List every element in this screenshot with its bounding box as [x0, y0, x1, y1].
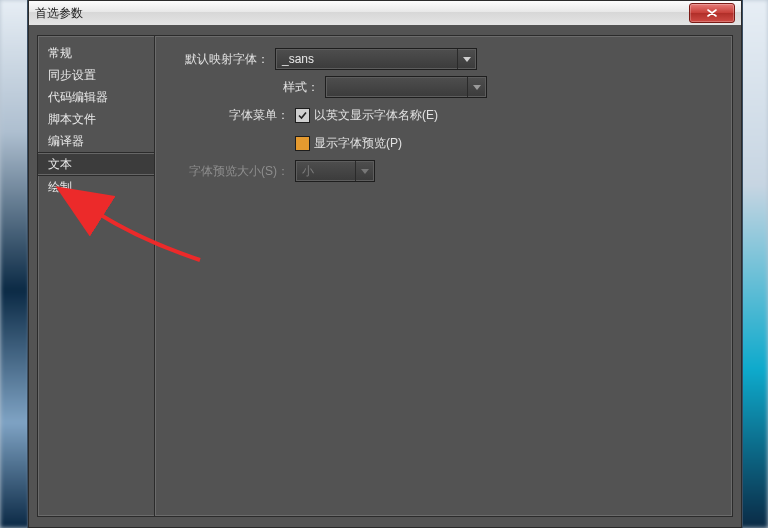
english-names-checkbox[interactable] [295, 108, 310, 123]
category-sidebar: 常规 同步设置 代码编辑器 脚本文件 编译器 文本 绘制 [38, 36, 155, 516]
check-icon [297, 110, 308, 121]
sidebar-item-draw[interactable]: 绘制 [38, 176, 154, 198]
preview-size-value: 小 [302, 163, 314, 180]
default-font-label: 默认映射字体： [171, 51, 275, 68]
sidebar-item-sync[interactable]: 同步设置 [38, 64, 154, 86]
sidebar-item-script-files[interactable]: 脚本文件 [38, 108, 154, 130]
sidebar-item-code-editor[interactable]: 代码编辑器 [38, 86, 154, 108]
text-settings-panel: 默认映射字体： _sans 样式： [155, 36, 732, 516]
english-names-label: 以英文显示字体名称(E) [314, 107, 438, 124]
close-icon [707, 9, 717, 17]
window-title: 首选参数 [35, 5, 83, 22]
dropdown-arrow-icon [457, 49, 476, 69]
dropdown-arrow-icon [467, 77, 486, 97]
font-preview-label: 显示字体预览(P) [314, 135, 402, 152]
sidebar-item-compiler[interactable]: 编译器 [38, 130, 154, 152]
preview-size-dropdown: 小 [295, 160, 375, 182]
default-font-value: _sans [282, 52, 314, 66]
style-dropdown[interactable] [325, 76, 487, 98]
close-button[interactable] [689, 3, 735, 23]
sidebar-item-general[interactable]: 常规 [38, 42, 154, 64]
font-preview-checkbox[interactable] [295, 136, 310, 151]
style-label: 样式： [171, 79, 325, 96]
preview-size-label: 字体预览大小(S)： [171, 163, 295, 180]
default-font-dropdown[interactable]: _sans [275, 48, 477, 70]
font-menu-label: 字体菜单： [171, 107, 295, 124]
dropdown-arrow-icon [355, 161, 374, 181]
sidebar-item-text[interactable]: 文本 [38, 152, 154, 176]
preferences-dialog: 首选参数 常规 同步设置 代码编辑器 脚本文件 编译器 文本 绘制 [28, 0, 742, 528]
titlebar[interactable]: 首选参数 [29, 1, 741, 26]
